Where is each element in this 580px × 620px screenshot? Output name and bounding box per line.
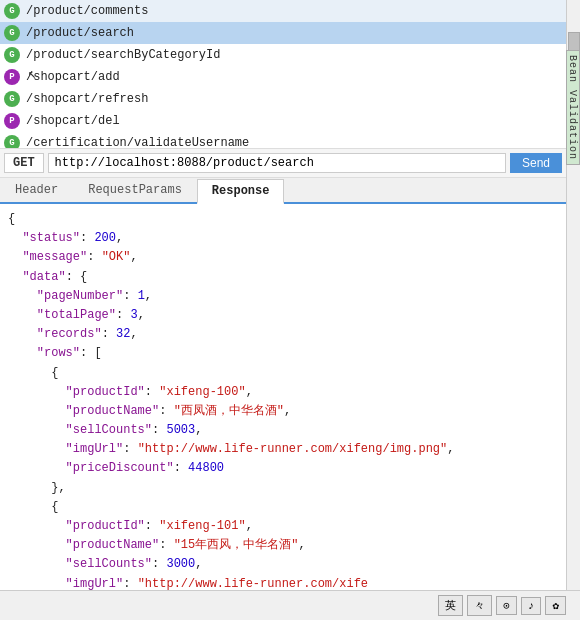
method-badge-g: G [4, 25, 20, 41]
bean-validation-label: Bean Validation [566, 50, 580, 165]
tab-response[interactable]: Response [197, 179, 285, 204]
endpoint-item[interactable]: G /shopcart/refresh [0, 88, 566, 110]
response-area: { "status": 200, "message": "OK", "data"… [0, 204, 566, 590]
endpoint-path: /shopcart/del [26, 114, 120, 128]
endpoint-item[interactable]: G /product/searchByCategoryId [0, 44, 566, 66]
method-badge-g: G [4, 47, 20, 63]
tab-request-params[interactable]: RequestParams [73, 178, 197, 202]
taskbar-mic-icon: ♪ [528, 600, 535, 612]
request-bar: GET Send [0, 148, 566, 178]
endpoint-path: /shopcart/refresh [26, 92, 148, 106]
taskbar-circle-icon: ⊙ [503, 599, 510, 612]
send-button[interactable]: Send [510, 153, 562, 173]
endpoint-path: /product/comments [26, 4, 148, 18]
method-label: GET [4, 153, 44, 173]
endpoint-item[interactable]: G /product/comments [0, 0, 566, 22]
method-badge-g: G [4, 91, 20, 107]
taskbar-extra-icon: ✿ [552, 599, 559, 612]
taskbar-item-mic[interactable]: ♪ [521, 597, 542, 615]
method-badge-p: P [4, 113, 20, 129]
taskbar-item-circle[interactable]: ⊙ [496, 596, 517, 615]
endpoint-item[interactable]: G /certification/validateUsername [0, 132, 566, 148]
tabs-bar: Header RequestParams Response [0, 178, 566, 204]
taskbar-item-input[interactable]: 々 [467, 595, 492, 616]
tab-header[interactable]: Header [0, 178, 73, 202]
endpoint-path: /product/search [26, 26, 134, 40]
endpoint-item[interactable]: P /shopcart/del [0, 110, 566, 132]
method-badge-p: P [4, 69, 20, 85]
method-badge-g: G [4, 135, 20, 148]
taskbar-item-lang[interactable]: 英 [438, 595, 463, 616]
taskbar: 英 々 ⊙ ♪ ✿ [0, 590, 580, 620]
taskbar-item-extra[interactable]: ✿ [545, 596, 566, 615]
url-input[interactable] [48, 153, 506, 173]
endpoint-path: /certification/validateUsername [26, 136, 249, 148]
endpoint-path: /shopcart/add [26, 70, 120, 84]
endpoint-path: /product/searchByCategoryId [26, 48, 220, 62]
endpoint-item[interactable]: P /shopcart/add [0, 66, 566, 88]
endpoint-list: G /product/comments G /product/search G … [0, 0, 566, 148]
endpoint-item-active[interactable]: G /product/search [0, 22, 566, 44]
method-badge-g: G [4, 3, 20, 19]
taskbar-input-icon: 々 [474, 598, 485, 613]
taskbar-lang-icon: 英 [445, 598, 456, 613]
